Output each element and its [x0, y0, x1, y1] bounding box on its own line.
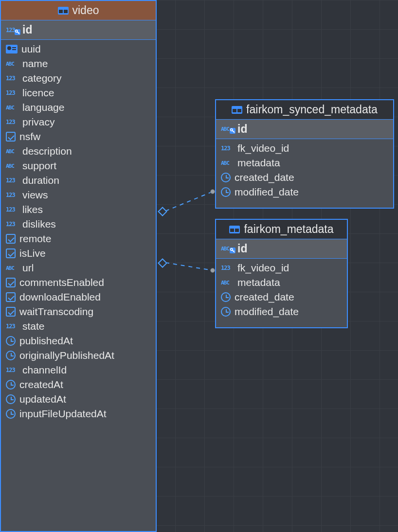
column-row[interactable]: modified_date	[216, 185, 393, 199]
column-row[interactable]: inputFileUpdatedAt	[1, 407, 156, 421]
column-name: commentsEnabled	[19, 277, 104, 288]
column-row[interactable]: 123fk_video_id	[216, 141, 393, 156]
numeric-type-icon: 123	[6, 75, 18, 82]
table-header[interactable]: fairkom_metadata	[216, 220, 347, 239]
table-fairkom-synced-metadata[interactable]: fairkom_synced_metadata ABC id 123fk_vid…	[215, 99, 394, 209]
relation-diamond	[158, 258, 167, 268]
column-row[interactable]: 123views	[1, 188, 156, 202]
column-row[interactable]: isLive	[1, 246, 156, 261]
column-name: publishedAt	[19, 335, 73, 347]
numeric-type-icon: 123	[221, 265, 234, 271]
table-video[interactable]: video 123 id uuidABCname123category123li…	[0, 0, 157, 532]
column-name: dislikes	[22, 218, 56, 230]
column-row[interactable]: ABCmetadata	[216, 156, 393, 170]
table-title: fairkom_metadata	[244, 223, 333, 236]
numeric-type-icon: 123	[6, 323, 18, 330]
connection-line	[165, 263, 213, 270]
column-name: remote	[19, 233, 51, 245]
column-name: metadata	[237, 157, 280, 169]
table-header[interactable]: fairkom_synced_metadata	[216, 100, 393, 119]
timestamp-type-icon	[221, 292, 231, 302]
table-title: fairkom_synced_metadata	[246, 103, 378, 116]
column-name: channelId	[22, 364, 67, 376]
numeric-type-icon: 123	[6, 367, 18, 373]
primary-key-row[interactable]: ABC id	[216, 239, 347, 259]
timestamp-type-icon	[6, 394, 16, 404]
column-row[interactable]: 123category	[1, 71, 156, 86]
column-name: duration	[22, 175, 59, 186]
table-icon	[232, 106, 242, 114]
timestamp-type-icon	[221, 307, 231, 317]
boolean-type-icon	[6, 234, 16, 244]
column-name: id	[22, 23, 32, 36]
er-diagram-canvas[interactable]: video 123 id uuidABCname123category123li…	[0, 0, 398, 532]
column-row[interactable]: publishedAt	[1, 334, 156, 348]
boolean-type-icon	[6, 292, 16, 302]
column-row[interactable]: ABCurl	[1, 261, 156, 275]
column-row[interactable]: downloadEnabled	[1, 290, 156, 304]
column-row[interactable]: ABCmetadata	[216, 275, 347, 290]
timestamp-type-icon	[6, 380, 16, 390]
column-name: isLive	[19, 248, 46, 259]
text-type-icon: ABC	[221, 280, 234, 286]
numeric-type-icon: 123	[6, 177, 18, 184]
boolean-type-icon	[6, 307, 16, 317]
column-name: support	[22, 160, 56, 172]
column-row[interactable]: nsfw	[1, 129, 156, 144]
table-fairkom-metadata[interactable]: fairkom_metadata ABC id 123fk_video_idAB…	[215, 219, 348, 328]
column-name: description	[22, 145, 72, 157]
column-row[interactable]: 123dislikes	[1, 217, 156, 231]
column-row[interactable]: commentsEnabled	[1, 275, 156, 290]
text-type-icon: ABC	[221, 126, 234, 132]
numeric-type-icon: 123	[6, 192, 18, 198]
uuid-type-icon	[6, 45, 18, 53]
column-name: likes	[22, 204, 43, 215]
column-row[interactable]: ABClanguage	[1, 100, 156, 115]
connection-line	[165, 192, 213, 211]
column-name: id	[237, 242, 247, 255]
column-name: name	[22, 58, 48, 70]
column-row[interactable]: ABCsupport	[1, 159, 156, 173]
relation-endpoint-dot	[210, 189, 215, 194]
column-row[interactable]: uuid	[1, 42, 156, 56]
column-row[interactable]: createdAt	[1, 377, 156, 392]
column-row[interactable]: 123licence	[1, 86, 156, 100]
column-name: licence	[22, 87, 54, 99]
primary-key-row[interactable]: ABC id	[216, 119, 393, 139]
column-row[interactable]: updatedAt	[1, 392, 156, 407]
column-row[interactable]: 123privacy	[1, 115, 156, 129]
timestamp-type-icon	[221, 173, 231, 182]
primary-key-row[interactable]: 123 id	[1, 20, 156, 40]
table-icon	[58, 7, 69, 15]
column-name: metadata	[237, 277, 280, 288]
column-row[interactable]: ABCdescription	[1, 144, 156, 159]
column-row[interactable]: 123duration	[1, 173, 156, 188]
text-type-icon: ABC	[221, 246, 234, 252]
numeric-type-icon: 123	[6, 89, 18, 96]
column-row[interactable]: 123fk_video_id	[216, 261, 347, 275]
column-row[interactable]: created_date	[216, 170, 393, 185]
column-name: modified_date	[235, 306, 299, 318]
column-row[interactable]: waitTranscoding	[1, 304, 156, 319]
column-row[interactable]: created_date	[216, 290, 347, 304]
column-name: waitTranscoding	[19, 306, 93, 318]
columns-list: 123fk_video_idABCmetadatacreated_datemod…	[216, 259, 347, 323]
table-header[interactable]: video	[1, 1, 156, 20]
numeric-type-icon: 123	[221, 145, 234, 152]
column-row[interactable]: 123channelId	[1, 363, 156, 377]
column-name: uuid	[21, 43, 41, 55]
column-name: language	[22, 102, 64, 113]
table-title: video	[72, 4, 99, 17]
column-row[interactable]: originallyPublishedAt	[1, 348, 156, 363]
column-name: createdAt	[19, 379, 63, 390]
timestamp-type-icon	[221, 187, 231, 197]
column-row[interactable]: modified_date	[216, 304, 347, 319]
columns-list: uuidABCname123category123licenceABClangu…	[1, 40, 156, 425]
column-name: category	[22, 72, 62, 84]
column-row[interactable]: ABCname	[1, 56, 156, 71]
column-row[interactable]: 123state	[1, 319, 156, 334]
column-row[interactable]: remote	[1, 231, 156, 246]
column-name: updatedAt	[19, 393, 66, 405]
column-row[interactable]: 123likes	[1, 202, 156, 217]
relation-diamond	[158, 207, 167, 216]
